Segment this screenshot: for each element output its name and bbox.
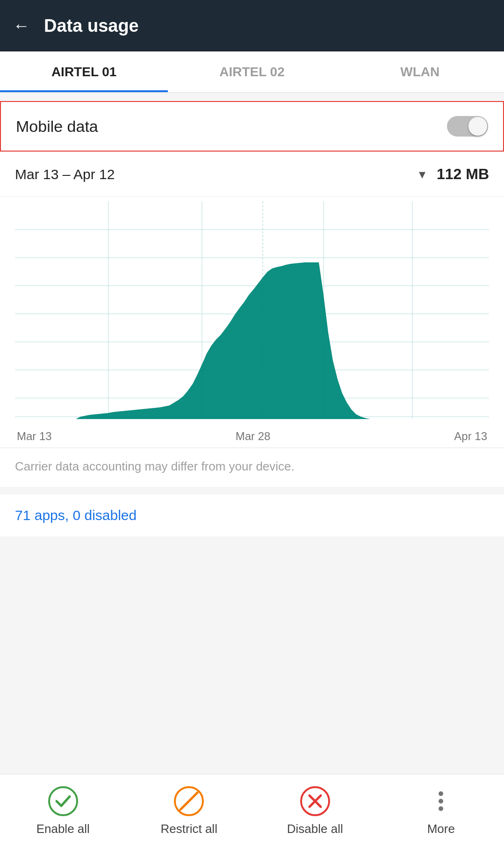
restrict-circle-icon [173, 785, 205, 817]
restrict-all-label: Restrict all [161, 822, 217, 836]
svg-point-20 [439, 791, 443, 796]
svg-point-21 [439, 799, 443, 804]
more-label: More [427, 822, 455, 836]
carrier-note: Carrier data accounting may differ from … [0, 448, 504, 487]
chart-label-start: Mar 13 [17, 430, 52, 443]
tab-airtel01[interactable]: AIRTEL 01 [0, 51, 168, 92]
toggle-knob [468, 117, 487, 136]
restrict-all-button[interactable]: Restrict all [126, 775, 252, 847]
app-header: ← Data usage [0, 0, 504, 51]
disable-all-label: Disable all [287, 822, 343, 836]
tab-bar: AIRTEL 01 AIRTEL 02 WLAN [0, 51, 504, 93]
enable-all-label: Enable all [36, 822, 90, 836]
tab-airtel02[interactable]: AIRTEL 02 [168, 51, 336, 92]
more-button[interactable]: More [378, 775, 504, 847]
chevron-down-icon: ▾ [419, 167, 425, 182]
chart-x-labels: Mar 13 Mar 28 Apr 13 [15, 426, 489, 443]
chart-label-end: Apr 13 [454, 430, 487, 443]
carrier-note-text: Carrier data accounting may differ from … [15, 459, 295, 473]
bottom-action-bar: Enable all Restrict all Disable all More [0, 774, 504, 847]
mobile-data-row: Mobile data [0, 101, 504, 152]
apps-count-row[interactable]: 71 apps, 0 disabled [0, 494, 504, 536]
data-chart [15, 202, 489, 426]
svg-line-16 [180, 793, 197, 810]
date-range-text: Mar 13 – Apr 12 [15, 167, 408, 182]
date-range-row[interactable]: Mar 13 – Apr 12 ▾ 112 MB [0, 152, 504, 196]
main-content: Mobile data Mar 13 – Apr 12 ▾ 112 MB [0, 101, 504, 536]
mobile-data-label: Mobile data [16, 117, 98, 136]
check-circle-icon [47, 785, 79, 817]
apps-count-text: 71 apps, 0 disabled [15, 507, 137, 523]
page-title: Data usage [44, 16, 139, 36]
enable-all-button[interactable]: Enable all [0, 775, 126, 847]
x-circle-icon [299, 785, 331, 817]
back-button[interactable]: ← [13, 16, 30, 36]
svg-point-14 [49, 787, 77, 815]
chart-label-mid: Mar 28 [236, 430, 271, 443]
tab-wlan[interactable]: WLAN [336, 51, 504, 92]
svg-point-22 [439, 806, 443, 811]
chart-svg [15, 202, 489, 426]
mobile-data-toggle[interactable] [447, 116, 488, 137]
disable-all-button[interactable]: Disable all [252, 775, 378, 847]
chart-container: Mar 13 Mar 28 Apr 13 [0, 197, 504, 448]
dots-vertical-icon [425, 785, 457, 817]
data-amount: 112 MB [437, 166, 489, 183]
